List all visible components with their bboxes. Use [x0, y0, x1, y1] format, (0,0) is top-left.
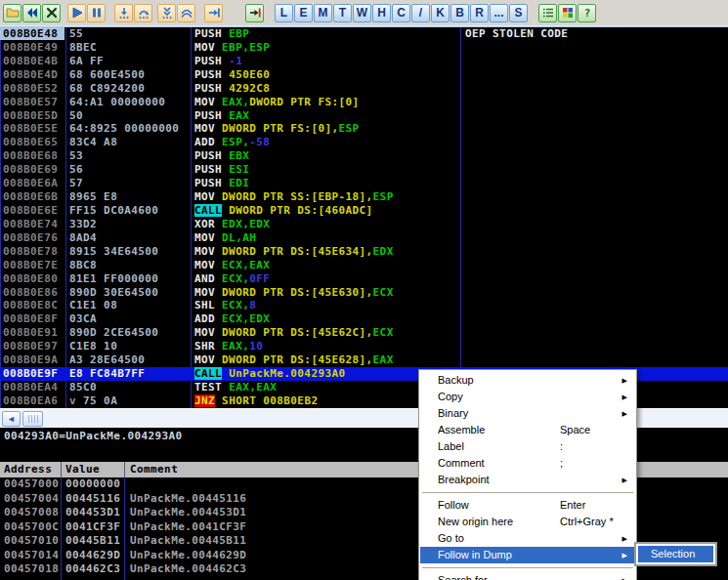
menu-item-copy[interactable]: Copy▶	[420, 389, 635, 405]
operand-token: EDI	[229, 177, 249, 189]
animate-into-button[interactable]	[157, 4, 176, 22]
disasm-row[interactable]: 008B0E5D50PUSH EAX	[0, 109, 728, 123]
mnemonic-badge: JNZ	[194, 394, 215, 407]
menu-item-new-origin-here[interactable]: New origin hereCtrl+Gray *	[420, 514, 635, 530]
memory-map-button[interactable]: M	[314, 4, 332, 22]
submenu-item-selection[interactable]: Selection	[638, 546, 713, 562]
log-window-button[interactable]: L	[275, 4, 293, 22]
menu-item-binary[interactable]: Binary▶	[420, 405, 635, 422]
disasm-row[interactable]: 008B0E6956PUSH ESI	[0, 163, 728, 177]
threads-window-button[interactable]: T	[333, 4, 352, 22]
step-into-button[interactable]	[114, 4, 133, 22]
breakpoints-window-button[interactable]: B	[450, 4, 469, 22]
disasm-bytes: 890D 2CE64500	[69, 326, 190, 339]
disasm-instruction: ADD ESP,-58	[194, 136, 459, 148]
menu-item-follow[interactable]: FollowEnter	[420, 497, 635, 514]
operand-token: MOV	[194, 353, 222, 366]
disasm-row[interactable]: 008B0E6853PUSH EBX	[0, 149, 728, 163]
disasm-row[interactable]: 008B0E768AD4MOV DL,AH	[0, 231, 728, 245]
step-over-button[interactable]	[134, 4, 152, 22]
disasm-row[interactable]: 008B0E6583C4 A8ADD ESP,-58	[0, 136, 728, 149]
disasm-row[interactable]: 008B0E5E64:8925 00000000MOV DWORD PTR FS…	[0, 122, 728, 136]
disasm-row[interactable]: 008B0E6B8965 E8MOV DWORD PTR SS:[EBP-18]…	[0, 190, 728, 204]
disasm-row[interactable]: 008B0E8081E1 FF000000AND ECX,0FF	[0, 272, 728, 286]
menu-item-shortcut: ;	[560, 455, 563, 472]
operand-token: MOV	[194, 122, 222, 135]
disasm-row[interactable]: 008B0E6EFF15 DC0A4600CALL DWORD PTR DS:[…	[0, 204, 728, 218]
disasm-row[interactable]: 008B0E91890D 2CE64500MOV DWORD PTR DS:[4…	[0, 326, 728, 340]
disasm-bytes: v 75 0A	[69, 394, 190, 407]
disasm-row[interactable]: 008B0E7433D2XOR EDX,EDX	[0, 218, 728, 231]
executables-window-button[interactable]: E	[294, 4, 313, 22]
disasm-row[interactable]: 008B0E4855PUSH EBPOEP STOLEN CODE	[0, 27, 728, 41]
cpu-window-button[interactable]: C	[392, 4, 410, 22]
hscroll-thumb[interactable]	[22, 411, 43, 427]
dump-value: 00445B11	[65, 534, 120, 547]
operand-token: ESP,	[222, 136, 249, 148]
menu-item-breakpoint[interactable]: Breakpoint▶	[420, 472, 635, 488]
disasm-row[interactable]: 008B0E788915 34E64500MOV DWORD PTR DS:[4…	[0, 245, 728, 259]
grip-icon	[37, 415, 38, 423]
operand-token: MOV	[194, 96, 222, 108]
cpu-window-button-label: C	[397, 6, 406, 20]
references-window-button[interactable]: R	[470, 4, 489, 22]
handles-window-button[interactable]: H	[372, 4, 391, 22]
disasm-bytes: 68 C8924200	[69, 82, 190, 95]
close-button[interactable]	[42, 4, 61, 22]
menu-item-label[interactable]: Label:	[420, 438, 635, 455]
disasm-row[interactable]: 008B0E86890D 30E64500MOV DWORD PTR DS:[4…	[0, 286, 728, 300]
run-button[interactable]	[67, 4, 86, 22]
disasm-row[interactable]: 008B0E5268 C8924200PUSH 4292C8	[0, 82, 728, 96]
menu-item-label: Follow	[438, 499, 469, 511]
call-stack-button[interactable]: K	[431, 4, 450, 22]
windows-window-button[interactable]: W	[353, 4, 371, 22]
disasm-row[interactable]: 008B0E8F03CAADD ECX,EDX	[0, 312, 728, 326]
disasm-instruction: PUSH EDI	[194, 177, 459, 189]
menu-item-assemble[interactable]: AssembleSpace	[420, 422, 635, 438]
windows-list-button[interactable]	[538, 4, 557, 22]
operand-token: DWORD PTR DS:[45E634],	[222, 245, 373, 258]
disasm-bytes: 68 600E4500	[69, 68, 190, 81]
execute-till-return-button[interactable]	[204, 4, 223, 22]
help-icon: ?	[580, 6, 594, 20]
disasm-address: 008B0E5D	[0, 109, 64, 122]
patches-window-button[interactable]: /	[411, 4, 430, 22]
menu-item-search-for[interactable]: Search for▶	[420, 572, 635, 580]
disasm-row[interactable]: 008B0E4B6A FFPUSH -1	[0, 55, 728, 68]
run-trace-button[interactable]: ...	[490, 4, 508, 22]
disasm-row[interactable]: 008B0E5764:A1 00000000MOV EAX,DWORD PTR …	[0, 96, 728, 109]
operand-token: ESP	[338, 122, 359, 135]
disasm-row[interactable]: 008B0E498BECMOV EBP,ESP	[0, 41, 728, 55]
disassembly-pane[interactable]: 008B0E4855PUSH EBPOEP STOLEN CODE008B0E4…	[0, 27, 728, 408]
restart-button[interactable]	[22, 4, 41, 22]
animate-over-button[interactable]	[177, 4, 195, 22]
menu-item-follow-in-dump[interactable]: Follow in Dump▶	[420, 547, 635, 563]
disasm-bytes: 81E1 FF000000	[69, 272, 190, 285]
disasm-row[interactable]: 008B0E6A57PUSH EDI	[0, 177, 728, 190]
menu-item-backup[interactable]: Backup▶	[420, 372, 635, 389]
disasm-row[interactable]: 008B0E7E8BC8MOV ECX,EAX	[0, 259, 728, 272]
menu-item-label: Backup	[438, 374, 474, 386]
menu-item-comment[interactable]: Comment;	[420, 455, 635, 472]
pause-button[interactable]	[87, 4, 106, 22]
disasm-row[interactable]: 008B0E4D68 600E4500PUSH 450E60	[0, 68, 728, 82]
menu-item-label: Assemble	[438, 424, 485, 435]
appearance-button[interactable]	[558, 4, 577, 22]
disasm-row[interactable]: 008B0E9AA3 28E64500MOV DWORD PTR DS:[45E…	[0, 353, 728, 367]
run-to-user-code-button[interactable]	[245, 4, 264, 22]
dump-address: 00457004	[4, 492, 59, 505]
disasm-row[interactable]: 008B0E8CC1E1 08SHL ECX,8	[0, 299, 728, 312]
mnemonic-badge: CALL	[194, 204, 222, 217]
operand-token: ECX,EDX	[222, 312, 270, 325]
source-window-button[interactable]: S	[509, 4, 528, 22]
operand-token: DWORD PTR SS:[EBP-18],	[222, 190, 373, 203]
disasm-row[interactable]: 008B0E97C1E8 10SHR EAX,10	[0, 340, 728, 353]
operand-token: PUSH	[194, 27, 229, 40]
operand-token: PUSH	[194, 82, 229, 95]
disasm-address: 008B0E97	[0, 340, 64, 352]
help-button[interactable]: ?	[578, 4, 596, 22]
menu-item-go-to[interactable]: Go to▶	[420, 530, 635, 547]
open-file-button[interactable]	[3, 4, 21, 22]
hscroll-left-button[interactable]: ◄	[2, 411, 21, 427]
open-file-icon	[6, 6, 20, 20]
